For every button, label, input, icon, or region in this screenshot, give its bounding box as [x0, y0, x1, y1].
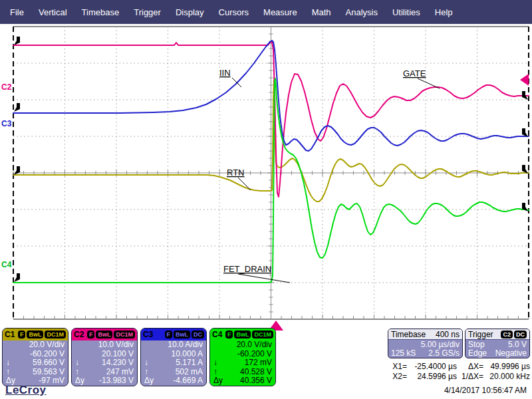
channel-box-c4[interactable]: C4FBwLDC1M20.0 V/div-60.200 V↓172 mV↑40.…: [209, 328, 276, 386]
timebase-per-div: 5.00 µs/div: [421, 340, 460, 349]
timebase-delay-value: 400 ns: [436, 330, 460, 339]
channel-row: ↑40.528 V: [210, 368, 275, 377]
channel-id: C2: [74, 330, 84, 339]
trigger-box[interactable]: Trigger C2DC Stop 5.0 V Edge Negative: [465, 329, 530, 358]
channel-header-c1: C1FBwLDC1M: [3, 329, 68, 340]
trace-label-rtn: RTN: [227, 168, 244, 178]
trigger-edge-row: Edge Negative: [466, 349, 529, 358]
cursor-row-1: X1= -25.4000 µs ΔX= 49.9996 µs: [384, 361, 530, 371]
channel-row: 10.000 A: [141, 350, 206, 359]
channel-level-marker[interactable]: [14, 166, 20, 175]
row-symbol: Δy: [213, 376, 228, 385]
channel-level-marker[interactable]: [14, 37, 20, 45]
trigger-mode: Stop: [468, 340, 485, 349]
timebase-rate: 2.5 GS/s: [428, 348, 460, 358]
channel-row: 20.0 V/div: [210, 340, 275, 350]
row-value: 10.0 A/div: [168, 340, 203, 349]
timebase-box[interactable]: Timebase 400 ns 5.00 µs/div 125 kS 2.5 G…: [388, 329, 463, 358]
row-value: 59.563 V: [33, 368, 65, 376]
timebase-header: Timebase 400 ns: [388, 329, 462, 340]
trace-label-pointer: [238, 274, 290, 283]
row-value: 20.0 V/div: [29, 340, 65, 349]
channel-row: -60.200 V: [210, 350, 275, 359]
timebase-samples: 125 kS: [391, 348, 416, 358]
channel-row: ↓172 mV: [210, 358, 275, 368]
row-value: 20.100 V: [102, 350, 134, 358]
channel-row: ↓59.660 V: [3, 358, 68, 368]
trigger-slope: Negative: [495, 348, 527, 358]
cursor-dx-value: 49.9996 µs: [483, 362, 530, 371]
trace-label-iin: IIN: [219, 68, 231, 78]
badge-bwl: BwL: [234, 331, 251, 338]
timebase-title: Timebase: [391, 330, 426, 339]
badge-dc1m: DC1M: [45, 331, 66, 338]
timebase-scale-row: 5.00 µs/div: [388, 340, 462, 349]
badge-f: F: [18, 331, 26, 338]
row-symbol: ↑: [144, 368, 159, 376]
row-value: 5.171 A: [176, 358, 203, 367]
row-value: 59.660 V: [33, 358, 65, 367]
graticule: [13, 27, 529, 319]
row-value: -60.200 V: [30, 350, 65, 358]
channel-row: 10.0 A/div: [141, 340, 206, 350]
badge-bwl: BwL: [174, 331, 190, 338]
channel-row: 20.0 V/div: [3, 340, 68, 350]
badge-bwl: BwL: [96, 331, 112, 338]
channel-id: C1: [5, 330, 15, 339]
row-value: -4.669 A: [173, 376, 203, 385]
channel-row: Δy-13.983 V: [72, 376, 137, 386]
channel-level-marker[interactable]: [14, 103, 20, 112]
badge-bwl: BwL: [27, 331, 43, 338]
channel-header-c2: C2FBwLDC1M: [72, 329, 137, 340]
cursor-invdx-value: 20.000 kHz: [483, 372, 530, 381]
datetime-display: 4/14/2017 10:56:47 AM: [444, 386, 527, 395]
row-symbol: ↑: [213, 368, 228, 376]
channel-level-marker[interactable]: [14, 273, 20, 282]
trigger-badge-dc: DC: [514, 331, 527, 338]
channel-box-c1[interactable]: C1FBwLDC1M20.0 V/div-60.200 V↓59.660 V↑5…: [2, 328, 68, 386]
cursor-readout: X1= -25.4000 µs ΔX= 49.9996 µs X2= 24.59…: [384, 361, 530, 381]
channel-badges: FBwLDC: [165, 331, 205, 338]
channel-header-c3: C3FBwLDC: [141, 329, 206, 340]
channel-row: ↑247 mV: [72, 368, 137, 377]
side-label-c4: C4: [1, 260, 12, 269]
badge-dc1m: DC1M: [252, 331, 273, 338]
channel-badges: FBwLDC1M: [18, 331, 66, 338]
channel-badges: FBwLDC1M: [87, 331, 135, 338]
row-symbol: ↓: [6, 358, 21, 367]
channel-row: ↑502 mA: [141, 368, 206, 377]
side-label-c3: C3: [1, 119, 12, 128]
cursor-x2-label: X2=: [384, 372, 407, 381]
trigger-header: Trigger C2DC: [466, 329, 529, 340]
row-value: 10.000 A: [172, 350, 203, 358]
channel-header-c4: C4FBwLDC1M: [210, 329, 275, 340]
trace-label-pointer: [238, 178, 251, 190]
row-symbol: ↑: [75, 368, 90, 376]
trigger-mode-row: Stop 5.0 V: [466, 340, 529, 349]
channel-box-c3[interactable]: C3FBwLDC10.0 A/div10.000 A↓5.171 A↑502 m…: [140, 328, 207, 386]
row-value: -60.200 V: [237, 350, 272, 358]
row-value: 172 mV: [245, 358, 272, 367]
row-value: 10.0 V/div: [98, 340, 134, 349]
badge-dc1m: DC1M: [114, 331, 135, 338]
cursor-x2-value: 24.5996 µs: [407, 372, 457, 381]
channel-id: C3: [143, 330, 153, 339]
row-value: 14.230 V: [102, 358, 134, 367]
trace-label-gate: GATE: [403, 68, 426, 78]
badge-f: F: [87, 331, 95, 338]
channel-level-marker[interactable]: [522, 203, 528, 211]
channel-row: ↑59.563 V: [3, 368, 68, 377]
channel-row: ↓5.171 A: [141, 358, 206, 368]
cursor-x1-label: X1=: [384, 362, 407, 371]
trigger-badge-c2: C2: [501, 331, 513, 338]
cursor-x1-value: -25.4000 µs: [407, 362, 457, 371]
lecroy-logo: LeCroy: [5, 384, 47, 397]
channel-box-c2[interactable]: C2FBwLDC1M10.0 V/div20.100 V↓14.230 V↑24…: [71, 328, 138, 386]
row-value: 40.528 V: [240, 368, 272, 376]
trace-label-fet_drain: FET_DRAIN: [223, 264, 271, 274]
trigger-level-marker[interactable]: [520, 74, 529, 86]
row-value: 247 mV: [106, 368, 134, 376]
trigger-title: Trigger: [468, 330, 493, 339]
row-symbol: Δy: [144, 376, 159, 385]
cursor-dx-label: ΔX=: [457, 362, 483, 371]
